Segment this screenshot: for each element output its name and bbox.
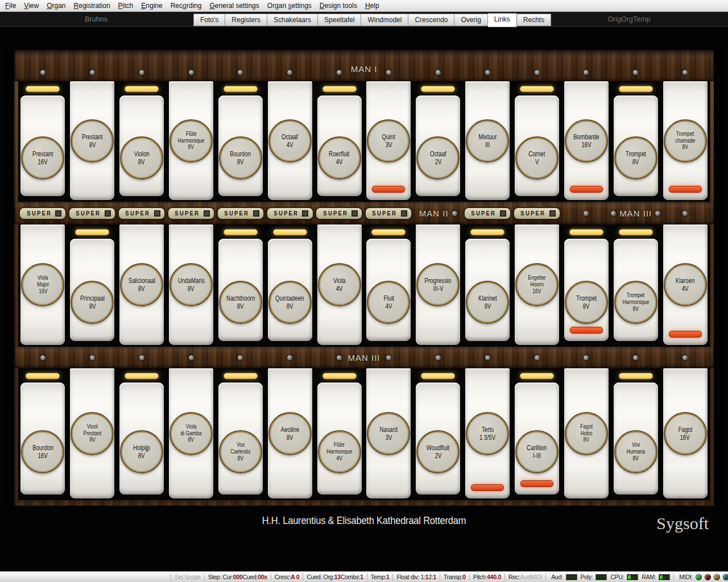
stop-tab: VoxHumana8V bbox=[614, 383, 658, 494]
stop-fl-te-harmonique-8v[interactable]: FlûteHarmonique8V bbox=[167, 81, 216, 202]
tab-windmodel[interactable]: Windmodel bbox=[361, 14, 408, 26]
tab-speeltafel[interactable]: Speeltafel bbox=[318, 14, 361, 26]
stop-progressio-iii-v[interactable]: ProgressioIII-V bbox=[413, 225, 463, 347]
stop-aeoline-8v[interactable]: Aeoline8V bbox=[265, 368, 315, 500]
stop-label: Principaal8V bbox=[71, 281, 114, 324]
tab-crescendo[interactable]: Crescendo bbox=[408, 14, 454, 26]
menu-engine[interactable]: Engine bbox=[137, 0, 166, 11]
stop-quint-3v[interactable]: Quint3V bbox=[364, 81, 413, 202]
stop-label-line: 16V bbox=[38, 452, 48, 460]
menu-file[interactable]: File bbox=[1, 0, 20, 11]
stop-violon-8v[interactable]: Violon8V bbox=[117, 81, 167, 202]
menu-view[interactable]: View bbox=[20, 0, 43, 11]
stop-mixtuur-iii[interactable]: MixtuurIII bbox=[463, 81, 512, 202]
stop-terts-1-3-5v[interactable]: Terts1 3/5V bbox=[463, 368, 512, 500]
super-label: SUPER bbox=[371, 210, 398, 217]
stop-undamaris-8v[interactable]: UndaMaris8V bbox=[167, 225, 216, 347]
stop-klaroen-4v[interactable]: Klaroen4V bbox=[660, 225, 710, 347]
stop-tab: Octaaf2V bbox=[416, 95, 460, 196]
stop-label: Violon8V bbox=[120, 136, 163, 180]
church-title: H.H. Laurentius & Elisabeth Kathedraal R… bbox=[22, 515, 706, 527]
stop-label-line: 8V bbox=[188, 436, 195, 443]
stop-carillion-i-iii[interactable]: CarillionI-III bbox=[512, 368, 562, 500]
super-cell-14 bbox=[660, 211, 710, 216]
super-coupler-button[interactable]: SUPER bbox=[217, 207, 264, 220]
menu-pitch[interactable]: Pitch bbox=[114, 0, 138, 11]
super-coupler-button[interactable]: SUPER bbox=[19, 207, 67, 220]
stop-nachthoorn-8v[interactable]: Nachthoorn8V bbox=[216, 225, 265, 347]
stop-klarinet-8v[interactable]: Klarinet8V bbox=[463, 225, 512, 347]
man2-label: MAN II bbox=[419, 209, 449, 218]
menu-organ-settings[interactable]: Organ settings bbox=[263, 0, 316, 11]
stop-roerfluit-4v[interactable]: Roerfluit4V bbox=[315, 81, 364, 202]
tab-schakelaars[interactable]: Schakelaars bbox=[267, 14, 318, 26]
screw bbox=[535, 355, 540, 360]
status-cued-text: 1 bbox=[360, 573, 363, 581]
super-coupler-button[interactable]: SUPER bbox=[315, 207, 363, 220]
menu-registration[interactable]: Registration bbox=[70, 0, 114, 11]
tab-registers[interactable]: Registers bbox=[225, 14, 267, 26]
stop-label: CornetV bbox=[515, 136, 559, 180]
menu-organ[interactable]: Organ bbox=[43, 0, 69, 11]
stop-viool-prestant-8v[interactable]: VioolPrestant8V bbox=[68, 368, 117, 500]
stop-fluit-4v[interactable]: Fluit4V bbox=[364, 225, 413, 347]
stop-bombarde-16v[interactable]: Bombarde16V bbox=[561, 81, 611, 202]
stop-label-line: 16V bbox=[581, 141, 591, 149]
super-coupler-button[interactable]: SUPER bbox=[167, 207, 215, 220]
stop-prestant-16v[interactable]: Prestant16V bbox=[18, 81, 68, 202]
stop-prestant-8v[interactable]: Prestant8V bbox=[68, 81, 117, 202]
sygsoft-logo: Sygsoft bbox=[656, 514, 709, 533]
stop-principaal-8v[interactable]: Principaal8V bbox=[68, 225, 117, 347]
stop-trompet-chamade-8v[interactable]: Trompetchamade8V bbox=[660, 81, 710, 202]
stop-octaaf-2v[interactable]: Octaaf2V bbox=[413, 81, 463, 202]
stop-bourdon-16v[interactable]: Bourdon16V bbox=[18, 368, 68, 500]
super-coupler-button[interactable]: SUPER bbox=[68, 207, 116, 220]
super-coupler-button[interactable]: SUPER bbox=[513, 207, 561, 220]
stop-fagot-16v[interactable]: Fagot16V bbox=[660, 368, 710, 500]
super-coupler-button[interactable]: SUPER bbox=[464, 207, 511, 220]
stop-bourdon-8v[interactable]: Bourdon8V bbox=[216, 81, 265, 202]
stop-salicionaal-8v[interactable]: Salicionaal8V bbox=[117, 225, 167, 347]
stop-vox-caelestis-8v[interactable]: VoxCaelestis8V bbox=[216, 368, 265, 500]
stop-holpijp-8v[interactable]: Holpijp8V bbox=[117, 368, 167, 500]
menu-help[interactable]: Help bbox=[361, 0, 383, 11]
super-label: SUPER bbox=[470, 210, 497, 217]
stop-vox-humana-8v[interactable]: VoxHumana8V bbox=[611, 368, 660, 500]
tab-links[interactable]: Links bbox=[488, 13, 517, 27]
super-coupler-button[interactable]: SUPER bbox=[118, 207, 166, 220]
stop-octaaf-4v[interactable]: Octaaf4V bbox=[265, 81, 315, 202]
status-pitch: Pitch: 440.0 bbox=[469, 573, 504, 581]
stop-woudfluit-2v[interactable]: Woudfluit2V bbox=[413, 368, 463, 500]
status-temperament-text: Temp: bbox=[371, 573, 386, 581]
stop-label: Octaaf4V bbox=[268, 119, 312, 163]
stop-trompet-8v[interactable]: Trompet8V bbox=[611, 81, 660, 202]
stop-viola-4v[interactable]: Viola4V bbox=[315, 225, 364, 347]
stop-fagot-hobo-8v[interactable]: FagotHobo8V bbox=[561, 368, 611, 500]
super-coupler-button[interactable]: SUPER bbox=[365, 207, 412, 220]
menu-recording[interactable]: Recording bbox=[167, 0, 206, 11]
screw bbox=[139, 70, 144, 75]
stop-viola-di-gamba-8v[interactable]: Violadi Gamba8V bbox=[167, 368, 216, 500]
stop-quintadeen-8v[interactable]: Quintadeen8V bbox=[265, 225, 315, 347]
stop-nasard-3v[interactable]: Nasard3V bbox=[364, 368, 413, 500]
stop-viola-major-16v[interactable]: ViolaMajor16V bbox=[18, 225, 68, 347]
stop-tab: VioolPrestant8V bbox=[70, 368, 114, 498]
stop-tab: Klaroen4V bbox=[663, 225, 708, 345]
stop-on-light bbox=[371, 229, 406, 235]
stop-fl-te-harmonque-4v[interactable]: FlûteHarmonque4V bbox=[315, 368, 364, 500]
menu-general-settings[interactable]: General settings bbox=[205, 0, 263, 11]
menu-design-tools[interactable]: Design tools bbox=[316, 0, 361, 11]
super-coupler-button[interactable]: SUPER bbox=[266, 207, 314, 220]
stop-trompet-harmonique-8v[interactable]: TrompetHarmonique8V bbox=[611, 225, 660, 347]
stop-tab: TrompetHarmonique8V bbox=[614, 239, 658, 341]
menu-bar: FileViewOrganRegistrationPitchEngineReco… bbox=[0, 0, 728, 12]
stop-label-line: 8V bbox=[89, 436, 96, 443]
meter-aud bbox=[566, 574, 577, 580]
stop-engelse-hoorn-16v[interactable]: EngelseHoorn16V bbox=[512, 225, 562, 347]
stop-cornet-v[interactable]: CornetV bbox=[512, 81, 562, 202]
stop-trompet-8v[interactable]: Trompet8V bbox=[561, 225, 611, 347]
tab-rechts[interactable]: Rechts bbox=[517, 14, 551, 26]
tab-foto-s[interactable]: Foto's bbox=[193, 14, 225, 26]
tab-overig[interactable]: Overig bbox=[454, 14, 487, 26]
stop-label-line: Terts bbox=[482, 426, 494, 434]
